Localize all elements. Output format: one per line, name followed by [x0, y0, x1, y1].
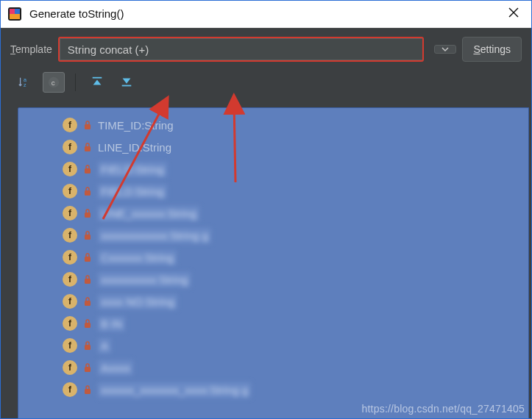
field-row[interactable]: fLINE_ID:String [63, 136, 528, 158]
svg-rect-19 [85, 279, 91, 284]
field-row[interactable]: fxxxxxxxxxx:String [63, 268, 528, 290]
field-label: A [98, 338, 111, 354]
svg-text:z: z [24, 82, 26, 88]
lock-icon [83, 208, 92, 218]
app-icon [7, 7, 22, 21]
lock-icon [83, 230, 92, 240]
field-badge-icon: f [63, 140, 77, 154]
field-row[interactable]: fAxxxx [63, 357, 528, 379]
field-label: B IN [98, 316, 125, 332]
svg-rect-2 [15, 9, 20, 14]
field-label: xxxxxxxxxxxx:String g [98, 228, 211, 243]
svg-rect-10 [93, 77, 102, 79]
field-badge-icon: f [63, 338, 77, 353]
field-row[interactable]: fxxxx NO:String [63, 290, 528, 312]
lock-icon [83, 186, 92, 196]
lock-icon [83, 274, 92, 284]
settings-button[interactable]: Settings [462, 37, 522, 62]
field-row[interactable]: fA [63, 334, 528, 357]
field-label: xxxx NO:String [98, 294, 177, 309]
field-badge-icon: f [63, 272, 77, 287]
template-row: Template String concat (+) Settings [0, 28, 532, 69]
field-label: Axxxx [98, 360, 133, 376]
field-badge-icon: f [63, 294, 77, 309]
svg-rect-15 [85, 190, 91, 196]
field-label: LINE_xxxxxx:String [98, 206, 199, 221]
field-badge-icon: f [63, 360, 77, 375]
field-label: TIME_ID:String [98, 119, 174, 132]
svg-text:c: c [52, 79, 55, 87]
field-list[interactable]: fTIME_ID:StringfLINE_ID:StringfFIELD:Str… [18, 108, 528, 401]
lock-icon [83, 252, 92, 262]
field-row[interactable]: fxxxxxxxxxxxx:String g [63, 224, 528, 246]
field-row[interactable]: fxxxxxx_xxxxxxx_xxxx:String g [63, 379, 528, 401]
template-select[interactable]: String concat (+) [60, 38, 423, 60]
field-label: FIELD:String [98, 184, 167, 199]
field-label: Cxxxxxx:String [98, 250, 177, 265]
field-label: xxxxxxxxxx:String [98, 272, 191, 287]
field-badge-icon: f [63, 184, 77, 198]
field-row[interactable]: fTIME_ID:String [63, 114, 528, 136]
field-badge-icon: f [63, 250, 77, 265]
window-title: Generate toString() [29, 7, 124, 20]
field-label: FIELD:String [98, 162, 167, 177]
template-dropdown-button[interactable] [434, 45, 456, 54]
titlebar: Generate toString() [0, 0, 532, 28]
class-filter-icon: c [47, 76, 60, 89]
svg-rect-14 [85, 168, 91, 173]
toolbar-divider [75, 74, 76, 91]
svg-rect-18 [85, 257, 91, 262]
field-label: xxxxxx_xxxxxxx_xxxx:String g [98, 382, 251, 398]
collapse-all-button[interactable] [116, 72, 138, 93]
class-filter-button[interactable]: c [43, 72, 65, 93]
field-row[interactable]: fFIELD:String [63, 158, 528, 180]
svg-rect-16 [85, 212, 91, 218]
lock-icon [83, 120, 92, 130]
svg-rect-22 [85, 345, 91, 350]
lock-icon [83, 384, 92, 395]
template-value: String concat (+) [68, 43, 149, 56]
svg-rect-1 [10, 9, 15, 14]
svg-rect-13 [85, 146, 91, 151]
svg-rect-21 [85, 323, 91, 328]
svg-rect-23 [85, 367, 91, 372]
field-badge-icon: f [63, 228, 77, 243]
svg-rect-12 [85, 124, 91, 129]
field-badge-icon: f [63, 316, 77, 331]
svg-rect-20 [85, 301, 91, 306]
field-row[interactable]: fLINE_xxxxxx:String [63, 202, 528, 224]
lock-icon [83, 164, 92, 174]
field-row[interactable]: fB IN [63, 312, 528, 334]
template-highlight-box: String concat (+) [58, 37, 425, 62]
field-badge-icon: f [63, 118, 77, 132]
list-toolbar: a z c [0, 69, 532, 99]
sort-alpha-button[interactable]: a z [13, 72, 35, 93]
lock-icon [83, 340, 92, 351]
chevron-down-icon [441, 46, 449, 53]
lock-icon [83, 318, 92, 329]
svg-rect-11 [122, 85, 132, 87]
svg-rect-3 [10, 14, 20, 19]
svg-rect-17 [85, 234, 91, 240]
template-label: Template [10, 43, 52, 55]
field-row[interactable]: fCxxxxxx:String [63, 246, 528, 268]
field-badge-icon: f [63, 382, 77, 397]
expand-all-icon [91, 76, 104, 89]
svg-rect-24 [85, 389, 91, 394]
lock-icon [83, 296, 92, 307]
close-button[interactable] [508, 6, 519, 21]
collapse-all-icon [120, 76, 133, 89]
lock-icon [83, 142, 92, 152]
sort-alpha-icon: a z [18, 76, 31, 89]
field-badge-icon: f [63, 206, 77, 221]
expand-all-button[interactable] [86, 72, 108, 93]
field-list-panel: fTIME_ID:StringfLINE_ID:StringfFIELD:Str… [18, 107, 529, 419]
lock-icon [83, 362, 92, 373]
watermark: https://blog.csdn.net/qq_27471405 [362, 403, 525, 415]
dialog-panel: Template String concat (+) Settings a z [0, 28, 532, 419]
field-label: LINE_ID:String [98, 141, 171, 154]
field-row[interactable]: fFIELD:String [63, 180, 528, 202]
close-icon [508, 7, 519, 18]
field-badge-icon: f [63, 162, 77, 176]
